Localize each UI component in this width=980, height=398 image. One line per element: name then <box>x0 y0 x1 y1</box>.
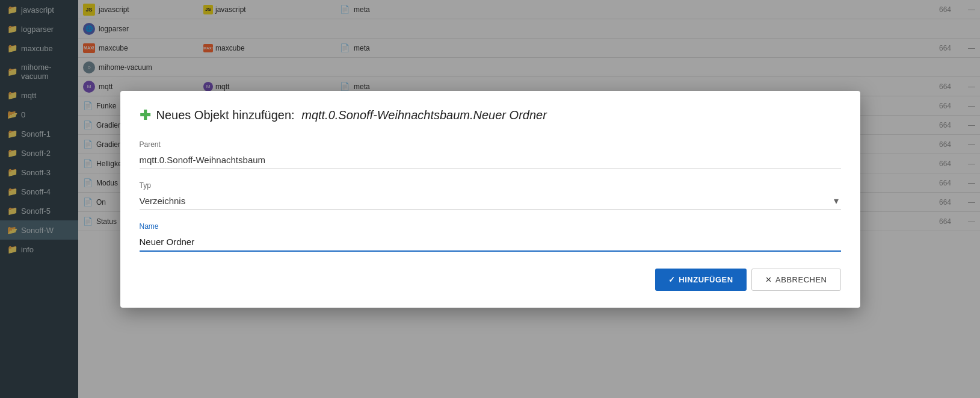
modal-title: ✚ Neues Objekt hinzufügen: mqtt.0.Sonoff… <box>140 108 841 123</box>
cancel-button[interactable]: ✕ ABBRECHEN <box>751 269 841 291</box>
parent-input[interactable] <box>140 151 841 169</box>
parent-label: Parent <box>140 140 841 149</box>
add-object-modal: ✚ Neues Objekt hinzufügen: mqtt.0.Sonoff… <box>120 91 860 308</box>
modal-title-path: mqtt.0.Sonoff-Weihnachtsbaum.Neuer Ordne… <box>301 108 547 122</box>
type-select-wrapper: Verzeichnis Kanal Datenpunkt ▾ <box>140 192 841 210</box>
plus-icon: ✚ <box>140 108 150 123</box>
modal-actions: ✓ HINZUFÜGEN ✕ ABBRECHEN <box>140 269 841 291</box>
cancel-button-label: ABBRECHEN <box>775 275 827 284</box>
type-label: Typ <box>140 181 841 190</box>
type-select[interactable]: Verzeichnis Kanal Datenpunkt <box>140 192 841 210</box>
checkmark-icon: ✓ <box>668 275 676 284</box>
add-button[interactable]: ✓ HINZUFÜGEN <box>655 269 747 291</box>
add-button-label: HINZUFÜGEN <box>679 275 733 284</box>
cross-icon: ✕ <box>765 275 772 284</box>
parent-field-group: Parent <box>140 140 841 169</box>
name-field-group: Name <box>140 222 841 252</box>
name-input[interactable] <box>140 233 841 252</box>
modal-overlay: ✚ Neues Objekt hinzufügen: mqtt.0.Sonoff… <box>0 0 980 398</box>
type-field-group: Typ Verzeichnis Kanal Datenpunkt ▾ <box>140 181 841 210</box>
name-label: Name <box>140 222 841 231</box>
modal-title-prefix: Neues Objekt hinzufügen: <box>156 108 295 122</box>
